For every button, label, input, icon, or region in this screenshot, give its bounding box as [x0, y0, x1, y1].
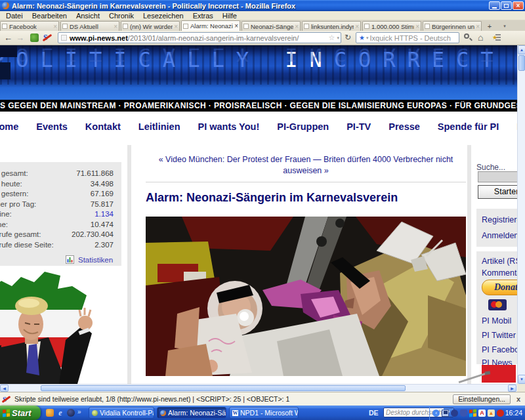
- forward-button[interactable]: →: [16, 33, 24, 43]
- vertical-scrollbar[interactable]: ▲ ▼: [517, 45, 525, 384]
- quick-launch-icon-1[interactable]: [46, 409, 54, 417]
- tab-close-icon[interactable]: ×: [415, 23, 419, 30]
- nav-kontakt[interactable]: Kontakt: [85, 121, 121, 132]
- nav-pi-gruppen[interactable]: PI-Gruppen: [277, 121, 329, 132]
- menu-bearbeiten[interactable]: Bearbeiten: [28, 12, 72, 20]
- menu-hilfe[interactable]: Hilfe: [218, 12, 242, 20]
- nav-spende[interactable]: Spende für PI: [438, 121, 499, 132]
- tab-ds-aktuell[interactable]: DS Aktuell ×: [60, 21, 119, 31]
- pi-facebook-link[interactable]: PI Facebook: [482, 345, 517, 354]
- nav-pi-tv[interactable]: PI-TV: [346, 121, 371, 132]
- tab-close-icon[interactable]: ×: [174, 23, 178, 30]
- taskbar-button-firefox[interactable]: Alarm: Neonazi-Säng...: [157, 407, 226, 419]
- bookmark-star-icon[interactable]: ☆: [329, 33, 335, 42]
- scroll-right-button[interactable]: ▶: [508, 385, 516, 392]
- tab-close-icon[interactable]: ×: [114, 23, 117, 30]
- close-icon: ×: [516, 3, 520, 9]
- pi-mobil-link[interactable]: PI Mobil: [482, 316, 511, 326]
- menu-lesezeichen[interactable]: Lesezeichen: [138, 12, 188, 20]
- home-button[interactable]: ⌂: [478, 32, 483, 43]
- start-button[interactable]: Start: [0, 406, 41, 420]
- security-shield-icon[interactable]: [460, 410, 467, 417]
- display-icon[interactable]: [442, 410, 449, 417]
- tab-close-icon[interactable]: ×: [355, 23, 359, 30]
- tab-close-icon[interactable]: ×: [234, 22, 238, 30]
- antivirus-icon[interactable]: A: [478, 410, 486, 417]
- statusbar-close-icon[interactable]: x: [516, 395, 520, 403]
- scroll-up-button[interactable]: ▲: [518, 45, 525, 54]
- quick-launch-overflow-icon[interactable]: »: [77, 408, 81, 415]
- hide-icons-chevron-icon[interactable]: ‹: [432, 410, 440, 417]
- site-logo-reflection: POLITICALLY INCORRECT: [0, 45, 505, 65]
- url-bar[interactable]: www.pi-news.net /2013/01/alarm-neonazi-s…: [58, 32, 341, 43]
- sidebar-ad-image[interactable]: [0, 269, 125, 384]
- search-input[interactable]: [369, 34, 459, 42]
- tab-close-icon[interactable]: ×: [53, 23, 57, 30]
- articles-rss-link[interactable]: Artikel (RSS): [482, 257, 517, 266]
- taskbar-button-vidalia[interactable]: Vidalia Kontroll-Panel: [89, 407, 154, 419]
- menu-ansicht[interactable]: Ansicht: [72, 12, 104, 20]
- url-dropdown-icon[interactable]: ▾: [337, 35, 339, 41]
- vertical-scroll-thumb[interactable]: [518, 55, 525, 71]
- menu-datei[interactable]: Datei: [1, 12, 28, 20]
- windows-update-icon[interactable]: [469, 409, 476, 417]
- tab-close-icon[interactable]: ×: [476, 23, 480, 30]
- menu-extras[interactable]: Extras: [188, 12, 218, 20]
- new-tab-button[interactable]: +: [484, 22, 495, 30]
- horizontal-scrollbar[interactable]: ◀ ▶: [0, 384, 517, 392]
- tab-buergerinnen[interactable]: Bürgerinnen und Bür... ×: [423, 21, 482, 31]
- minimize-button[interactable]: [489, 1, 500, 10]
- language-indicator[interactable]: DE: [369, 409, 379, 417]
- search-engine-dropdown-icon[interactable]: ▾: [366, 35, 369, 41]
- nav-presse[interactable]: Presse: [388, 121, 420, 132]
- nav-events[interactable]: Events: [36, 121, 68, 132]
- column-divider: [127, 145, 131, 384]
- reload-button[interactable]: ↻: [345, 33, 351, 42]
- nav-leitlinien[interactable]: Leitlinien: [138, 121, 180, 132]
- tab-wir-wuerden[interactable]: (nn) Wir würden uns... ×: [121, 21, 180, 31]
- back-button[interactable]: ←: [4, 33, 12, 43]
- menu-chronik[interactable]: Chronik: [104, 12, 138, 20]
- search-bar[interactable]: ★ ▾: [356, 32, 459, 43]
- sidebar-search-button[interactable]: Starten: [478, 185, 517, 199]
- close-button[interactable]: ×: [513, 1, 524, 10]
- sidebar-search-input[interactable]: [478, 171, 517, 182]
- statistiken-link[interactable]: Statistiken: [78, 256, 113, 264]
- window-titlebar[interactable]: Alarm: Neonazi-Sängerin im Karnevalsvere…: [0, 0, 525, 11]
- nav-home[interactable]: Home: [0, 121, 18, 132]
- site-banner[interactable]: POLITICALLY INCORRECT POLITICALLY INCORR…: [0, 45, 517, 100]
- tab-neonazi-saengerin[interactable]: Neonazi-Sängerin sc... ×: [242, 21, 301, 31]
- prev-post-link[interactable]: « Video München: Der Protest der Frauen: [159, 155, 311, 164]
- restore-button[interactable]: [501, 1, 512, 10]
- vlc-icon[interactable]: ▲: [488, 410, 495, 417]
- tab-stimmen[interactable]: 1.000.000 Stimmen g... ×: [362, 21, 421, 31]
- tray-app-icon[interactable]: [451, 410, 458, 417]
- tab-close-icon[interactable]: ×: [295, 23, 299, 30]
- tab-facebook[interactable]: Facebook ×: [0, 21, 59, 31]
- adblock-addon-icon[interactable]: [30, 33, 39, 42]
- noscript-settings-button[interactable]: Einstellungen...: [453, 394, 511, 404]
- nav-pi-wants-you[interactable]: PI wants You!: [198, 121, 260, 132]
- register-link[interactable]: Registrieren: [482, 215, 517, 224]
- donate-button[interactable]: Donate: [482, 280, 517, 295]
- taskbar-clock[interactable]: 16:24: [505, 409, 522, 417]
- search-magnifier-icon[interactable]: [464, 33, 472, 41]
- login-link[interactable]: Anmelden: [482, 231, 517, 240]
- list-all-tabs-button[interactable]: ▾: [500, 22, 509, 30]
- taskbar-button-word[interactable]: W NPD1 - Microsoft Word: [229, 407, 299, 419]
- article-title[interactable]: Alarm: Neonazi-Sängerin im Karnevalsvere…: [146, 191, 466, 205]
- quick-launch-icon-2[interactable]: [67, 409, 75, 417]
- internet-explorer-icon[interactable]: e: [56, 409, 64, 417]
- bookmarks-button[interactable]: ★: [492, 33, 501, 41]
- tab-linksunten[interactable]: linksunten.indymedia... ×: [302, 21, 361, 31]
- search-engine-icon[interactable]: ★: [359, 34, 365, 41]
- noscript-statusbar-icon[interactable]: S: [3, 395, 11, 404]
- tab-alarm-active[interactable]: Alarm: Neonazi-Säng... ×: [181, 20, 240, 31]
- noscript-icon[interactable]: S: [43, 33, 52, 42]
- comments-rss-link[interactable]: Kommentare (RSS): [482, 268, 517, 278]
- tray-red-icon[interactable]: [497, 410, 504, 417]
- scroll-down-button[interactable]: ▼: [518, 375, 525, 384]
- pi-twitter-link[interactable]: PI Twitter: [482, 331, 516, 340]
- scroll-left-button[interactable]: ◀: [0, 385, 9, 392]
- horizontal-scroll-thumb[interactable]: [41, 385, 406, 391]
